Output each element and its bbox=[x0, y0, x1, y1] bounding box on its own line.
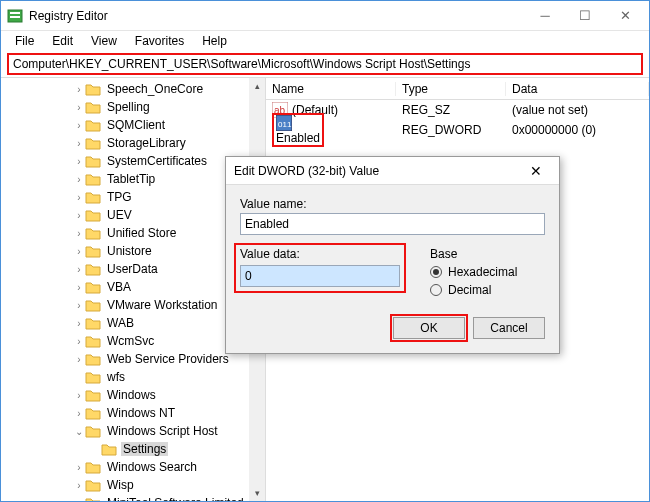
folder-icon bbox=[85, 460, 101, 474]
menu-edit[interactable]: Edit bbox=[44, 32, 81, 50]
chevron-icon: › bbox=[73, 174, 85, 185]
radio-decimal[interactable]: Decimal bbox=[430, 283, 545, 297]
valuename-input[interactable] bbox=[240, 213, 545, 235]
folder-icon bbox=[85, 154, 101, 168]
folder-icon bbox=[85, 298, 101, 312]
minimize-button[interactable]: ─ bbox=[525, 2, 565, 30]
tree-item-label: Settings bbox=[121, 442, 168, 456]
folder-icon bbox=[85, 262, 101, 276]
menu-help[interactable]: Help bbox=[194, 32, 235, 50]
svg-rect-1 bbox=[10, 12, 20, 14]
chevron-icon: › bbox=[73, 480, 85, 491]
chevron-icon: › bbox=[73, 246, 85, 257]
folder-icon bbox=[85, 334, 101, 348]
chevron-icon: › bbox=[73, 210, 85, 221]
address-path: Computer\HKEY_CURRENT_USER\Software\Micr… bbox=[13, 57, 470, 71]
tree-item-wisp[interactable]: ›Wisp bbox=[7, 476, 265, 494]
close-button[interactable]: ✕ bbox=[605, 2, 645, 30]
value-data: (value not set) bbox=[506, 103, 649, 117]
valuedata-input[interactable] bbox=[240, 265, 400, 287]
menu-file[interactable]: File bbox=[7, 32, 42, 50]
tree-item-windows-script-host[interactable]: ⌄Windows Script Host bbox=[7, 422, 265, 440]
folder-icon bbox=[85, 478, 101, 492]
radio-dot-on-icon bbox=[430, 266, 442, 278]
chevron-icon: ⌄ bbox=[73, 426, 85, 437]
tree-item-sqmclient[interactable]: ›SQMClient bbox=[7, 116, 265, 134]
svg-rect-2 bbox=[10, 16, 20, 18]
radio-dec-label: Decimal bbox=[448, 283, 491, 297]
tree-item-label: wfs bbox=[105, 370, 127, 384]
folder-icon bbox=[85, 190, 101, 204]
value-row[interactable]: 011EnabledREG_DWORD0x00000000 (0) bbox=[266, 120, 649, 140]
folder-icon bbox=[85, 388, 101, 402]
folder-icon bbox=[85, 82, 101, 96]
tree-item-label: WAB bbox=[105, 316, 136, 330]
app-icon bbox=[7, 8, 23, 24]
tree-item-label: TabletTip bbox=[105, 172, 157, 186]
maximize-button[interactable]: ☐ bbox=[565, 2, 605, 30]
tree-item-label: WcmSvc bbox=[105, 334, 156, 348]
radio-dot-off-icon bbox=[430, 284, 442, 296]
address-bar[interactable]: Computer\HKEY_CURRENT_USER\Software\Micr… bbox=[7, 53, 643, 75]
menubar: File Edit View Favorites Help bbox=[1, 31, 649, 51]
tree-item-wfs[interactable]: wfs bbox=[7, 368, 265, 386]
radio-hexadecimal[interactable]: Hexadecimal bbox=[430, 265, 545, 279]
tree-item-spelling[interactable]: ›Spelling bbox=[7, 98, 265, 116]
tree-item-label: TPG bbox=[105, 190, 134, 204]
chevron-icon: › bbox=[73, 156, 85, 167]
tree-item-label: Windows NT bbox=[105, 406, 177, 420]
folder-icon bbox=[85, 280, 101, 294]
tree-item-windows-nt[interactable]: ›Windows NT bbox=[7, 404, 265, 422]
chevron-icon: › bbox=[73, 408, 85, 419]
cancel-button[interactable]: Cancel bbox=[473, 317, 545, 339]
tree-item-minitool-software-limited[interactable]: ›MiniTool Software Limited bbox=[7, 494, 265, 501]
chevron-icon: › bbox=[73, 138, 85, 149]
titlebar: Registry Editor ─ ☐ ✕ bbox=[1, 1, 649, 31]
tree-item-label: Windows Script Host bbox=[105, 424, 220, 438]
tree-item-label: SQMClient bbox=[105, 118, 167, 132]
folder-icon bbox=[85, 118, 101, 132]
window-title: Registry Editor bbox=[29, 9, 525, 23]
valuename-label: Value name: bbox=[240, 197, 545, 211]
list-header: Name Type Data bbox=[266, 78, 649, 100]
chevron-icon: › bbox=[73, 84, 85, 95]
tree-item-label: Unistore bbox=[105, 244, 154, 258]
tree-item-speech-onecore[interactable]: ›Speech_OneCore bbox=[7, 80, 265, 98]
tree-item-windows[interactable]: ›Windows bbox=[7, 386, 265, 404]
tree-item-storagelibrary[interactable]: ›StorageLibrary bbox=[7, 134, 265, 152]
valuedata-label: Value data: bbox=[240, 247, 400, 261]
menu-view[interactable]: View bbox=[83, 32, 125, 50]
chevron-icon: › bbox=[73, 228, 85, 239]
folder-icon bbox=[85, 424, 101, 438]
col-header-data[interactable]: Data bbox=[506, 82, 649, 96]
scroll-up-arrow[interactable]: ▴ bbox=[249, 78, 265, 94]
tree-item-label: Speech_OneCore bbox=[105, 82, 205, 96]
folder-icon bbox=[85, 208, 101, 222]
scroll-down-arrow[interactable]: ▾ bbox=[249, 485, 265, 501]
folder-icon bbox=[85, 316, 101, 330]
chevron-icon: › bbox=[73, 300, 85, 311]
value-data: 0x00000000 (0) bbox=[506, 123, 649, 137]
tree-item-label: Spelling bbox=[105, 100, 152, 114]
menu-favorites[interactable]: Favorites bbox=[127, 32, 192, 50]
chevron-icon: › bbox=[73, 102, 85, 113]
radio-hex-label: Hexadecimal bbox=[448, 265, 517, 279]
window-buttons: ─ ☐ ✕ bbox=[525, 2, 645, 30]
col-header-name[interactable]: Name bbox=[266, 82, 396, 96]
value-name: 011Enabled bbox=[266, 115, 396, 145]
tree-item-label: Web Service Providers bbox=[105, 352, 231, 366]
chevron-icon: › bbox=[73, 336, 85, 347]
tree-item-label: Windows Search bbox=[105, 460, 199, 474]
chevron-icon: › bbox=[73, 120, 85, 131]
tree-item-label: UEV bbox=[105, 208, 134, 222]
tree-item-windows-search[interactable]: ›Windows Search bbox=[7, 458, 265, 476]
ok-button[interactable]: OK bbox=[393, 317, 465, 339]
tree-item-settings[interactable]: Settings bbox=[7, 440, 265, 458]
chevron-icon: › bbox=[73, 498, 85, 502]
dialog-close-button[interactable]: ✕ bbox=[521, 163, 551, 179]
col-header-type[interactable]: Type bbox=[396, 82, 506, 96]
folder-icon bbox=[101, 442, 117, 456]
base-label: Base bbox=[430, 247, 545, 261]
base-group: Base Hexadecimal Decimal bbox=[430, 247, 545, 297]
tree-item-label: Unified Store bbox=[105, 226, 178, 240]
